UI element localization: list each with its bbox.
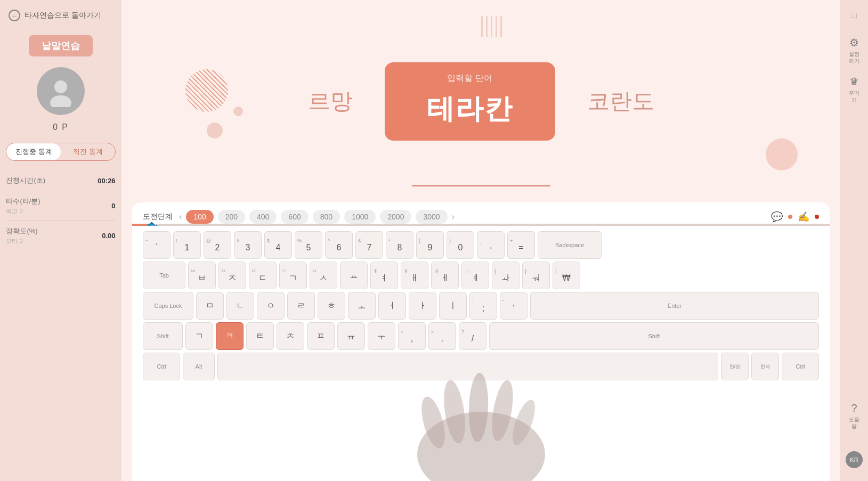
key-semicolon[interactable]: : ; (469, 292, 497, 320)
key-z[interactable]: ㄱ (185, 322, 213, 350)
level-btn-1000[interactable]: 1000 (344, 210, 376, 224)
sidebar-title: 낱말연습 (29, 35, 93, 56)
deco-line-4 (496, 16, 497, 37)
key-j[interactable]: ㅓ (378, 292, 406, 320)
stat-speed: 타수(타/분) 최고 0 0 (6, 191, 115, 221)
language-badge[interactable]: KR (846, 451, 863, 468)
key-0[interactable]: ) 0 (447, 231, 474, 259)
stat-speed-sub: 최고 0 (6, 207, 40, 215)
key-d[interactable]: ㅇ (257, 292, 285, 320)
key-shift-left[interactable]: Shift (143, 322, 183, 350)
key-row-asdf: Caps Lock ㅁ ㄴ ㅇ ㄹ ㅎ ㅗ (143, 292, 819, 320)
tab-prev-stats[interactable]: 직전 통계 (61, 143, 115, 160)
key-3[interactable]: # 3 (234, 231, 262, 259)
key-quote[interactable]: " ' (500, 292, 528, 320)
key-y[interactable]: ㅛ (340, 262, 368, 289)
level-btn-100[interactable]: 100 (186, 210, 213, 224)
key-q[interactable]: ㅃ ㅂ (188, 262, 216, 289)
key-slash[interactable]: ? / (459, 322, 486, 350)
key-capslock[interactable]: Caps Lock (143, 292, 193, 320)
stats-section: 진행시간(초) 00:26 타수(타/분) 최고 0 0 정확도(%) 오타 0… (6, 170, 115, 250)
key-x[interactable]: ㅋ (216, 322, 244, 350)
level-btn-400[interactable]: 400 (249, 210, 277, 224)
level-btn-800[interactable]: 800 (313, 210, 340, 224)
maximize-icon[interactable]: □ (851, 11, 857, 20)
key-backtick[interactable]: ~ ` (143, 231, 171, 259)
key-backspace[interactable]: Backspace (538, 231, 602, 259)
word-cards: 르망 입력할 단어 테라칸 코란도 (308, 62, 654, 141)
key-n[interactable]: ㅠ (337, 322, 365, 350)
back-button[interactable]: ← 타자연습으로 돌아가기 (0, 0, 121, 31)
key-v[interactable]: ㅊ (277, 322, 304, 350)
key-g[interactable]: ㅎ (318, 292, 345, 320)
key-1[interactable]: ! 1 (173, 231, 201, 259)
key-8[interactable]: * 8 (386, 231, 413, 259)
key-r[interactable]: ㄲ ㄱ (279, 262, 307, 289)
key-e[interactable]: ㄸ ㄷ (249, 262, 277, 289)
key-f[interactable]: ㄹ (287, 292, 315, 320)
hand-icon[interactable]: ✍ (798, 211, 809, 223)
key-enter[interactable]: Enter (530, 292, 819, 320)
key-han[interactable]: 한/영 (721, 353, 749, 380)
key-u[interactable]: ㅖ ㅕ (370, 262, 398, 289)
key-equals[interactable]: + = (507, 231, 535, 259)
key-ctrl-left[interactable]: Ctrl (143, 353, 180, 380)
stat-time-value: 00:26 (98, 177, 115, 185)
key-5[interactable]: % 5 (295, 231, 322, 259)
svg-point-4 (440, 379, 468, 445)
key-4[interactable]: $ 4 (264, 231, 292, 259)
key-minus[interactable]: _ - (477, 231, 505, 259)
key-k[interactable]: ㅏ (409, 292, 436, 320)
key-p[interactable]: ㅚ ㅖ (461, 262, 489, 289)
svg-point-0 (54, 80, 67, 93)
key-a[interactable]: ㅁ (196, 292, 224, 320)
key-shift-right[interactable]: Shift (489, 322, 819, 350)
key-l[interactable]: ㅣ (439, 292, 467, 320)
level-btn-200[interactable]: 200 (218, 210, 245, 224)
right-icon-customize[interactable]: ♛ 꾸미기 (849, 75, 859, 103)
key-hanja[interactable]: 한자 (751, 353, 779, 380)
key-m[interactable]: ㅜ (368, 322, 395, 350)
key-2[interactable]: @ 2 (204, 231, 231, 259)
key-backslash[interactable]: | ₩ (553, 262, 580, 289)
key-bracket-close[interactable]: } ㅝ (522, 262, 550, 289)
key-9[interactable]: ( 9 (416, 231, 444, 259)
language-label: KR (850, 456, 858, 463)
key-o[interactable]: ㅙ ㅔ (431, 262, 459, 289)
key-c[interactable]: ㅌ (246, 322, 274, 350)
stat-accuracy-value: 0.00 (102, 232, 115, 240)
stats-tabs: 진행중 통계 직전 통계 (6, 143, 115, 161)
key-h[interactable]: ㅗ (348, 292, 376, 320)
word-card-text: 테라칸 (411, 91, 529, 128)
right-icon-help[interactable]: ? 도움말 (849, 402, 859, 430)
level-btn-2000[interactable]: 2000 (380, 210, 411, 224)
key-alt-left[interactable]: Alt (183, 353, 215, 380)
right-icon-settings[interactable]: ⚙ 설정하기 (849, 36, 859, 64)
key-comma[interactable]: < , (398, 322, 426, 350)
back-label: 타자연습으로 돌아가기 (25, 11, 101, 20)
key-i[interactable]: ㅒ ㅐ (401, 262, 428, 289)
key-bracket-open[interactable]: { ㅘ (492, 262, 520, 289)
level-prev-arrow[interactable]: ‹ (179, 212, 182, 222)
key-s[interactable]: ㄴ (226, 292, 254, 320)
deco-line-1 (481, 16, 483, 37)
key-6[interactable]: ^ 6 (325, 231, 353, 259)
level-icons: 💬 ✍ (771, 211, 819, 223)
key-ctrl-right[interactable]: Ctrl (782, 353, 819, 380)
key-t[interactable]: ㅆ ㅅ (310, 262, 337, 289)
key-period[interactable]: > . (428, 322, 456, 350)
level-btn-3000[interactable]: 3000 (416, 210, 447, 224)
input-underline[interactable] (412, 185, 550, 186)
tab-active-stats[interactable]: 진행중 통계 (6, 143, 61, 160)
stat-time-label: 진행시간(초) (6, 176, 45, 185)
key-space[interactable] (217, 353, 718, 380)
key-b[interactable]: ㅍ (307, 322, 335, 350)
maximize-area: □ (840, 11, 868, 20)
key-tab[interactable]: Tab (143, 262, 185, 289)
word-left: 르망 (308, 86, 353, 116)
level-next-arrow[interactable]: › (452, 212, 455, 222)
key-7[interactable]: & 7 (355, 231, 383, 259)
chat-icon[interactable]: 💬 (771, 211, 783, 223)
key-w[interactable]: ㅉ ㅈ (218, 262, 246, 289)
level-btn-600[interactable]: 600 (281, 210, 308, 224)
